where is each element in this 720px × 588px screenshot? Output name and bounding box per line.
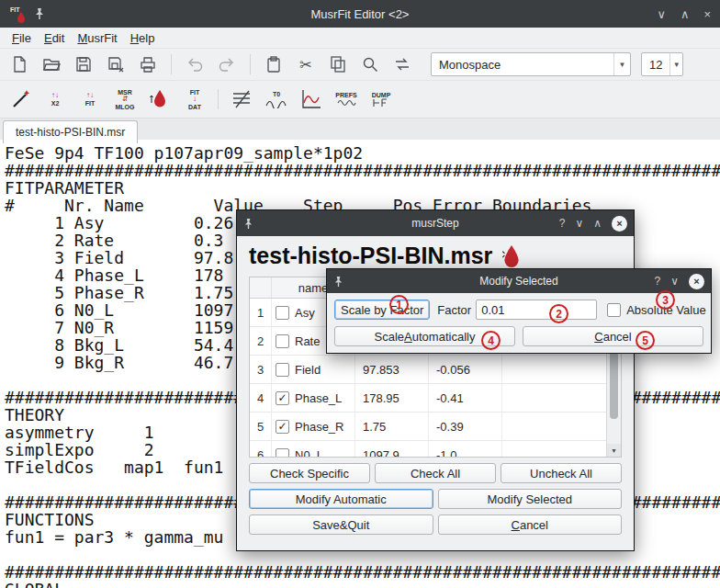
minimize-icon[interactable]: ∨ xyxy=(575,217,583,230)
save-quit-button[interactable]: Save&Quit xyxy=(249,514,433,535)
check-specific-button[interactable]: Check Specific xyxy=(249,463,370,483)
scale-by-factor-button[interactable]: Scale by Factor xyxy=(334,300,430,320)
find-icon[interactable] xyxy=(358,52,382,76)
param-step-cell: -0.39 xyxy=(429,413,502,440)
musr-dump-icon[interactable]: DUMP xyxy=(366,85,396,114)
save-as-file-icon[interactable] xyxy=(104,52,128,76)
print-icon[interactable] xyxy=(136,52,160,76)
tab-label: test-histo-PSI-BIN.msr xyxy=(16,126,125,139)
annotation-3: 3 xyxy=(656,290,675,310)
row-number: 4 xyxy=(250,384,272,412)
msr-mlog-swap-icon[interactable]: MSR ⇵ MLOG xyxy=(110,85,140,114)
chevron-down-icon[interactable]: ▼ xyxy=(669,53,682,75)
param-checkbox[interactable]: ✓ xyxy=(276,391,289,405)
menu-musrfit[interactable]: MusrFit xyxy=(71,28,123,48)
musr-wizard-icon[interactable] xyxy=(6,85,35,114)
musr-ft-icon[interactable] xyxy=(227,85,256,114)
musrfit-drop-icon xyxy=(501,244,522,268)
param-step-cell: -1.0 xyxy=(429,441,502,458)
musrfit-toolbar: ↑↓ X2 ↑↓ FIT MSR ⇵ MLOG FIT ↓ DAT T0 xyxy=(0,81,720,119)
help-icon[interactable]: ? xyxy=(559,217,566,230)
copy-icon[interactable] xyxy=(326,52,350,76)
new-file-icon[interactable] xyxy=(7,52,31,76)
save-file-icon[interactable] xyxy=(72,52,96,76)
param-filler-cell xyxy=(502,356,607,383)
window-controls: ∨ ∧ × xyxy=(657,7,711,21)
minimize-icon[interactable]: ∨ xyxy=(670,275,679,288)
musr-plot-icon[interactable] xyxy=(297,85,326,114)
check-all-button[interactable]: Check All xyxy=(375,463,496,483)
param-name-cell[interactable]: ✓Phase_L xyxy=(272,384,355,412)
scroll-down-icon[interactable]: ▼ xyxy=(607,444,621,457)
musrstep-dialog: musrStep ? ∨ ∧ × test-histo-PSI-BIN.msr … xyxy=(236,209,635,551)
pin-icon[interactable] xyxy=(34,7,45,20)
title-bar: FIT MusrFit Editor <2> ∨ ∧ × xyxy=(0,0,720,28)
param-name-cell[interactable]: N0_L xyxy=(272,441,355,458)
help-icon[interactable]: ? xyxy=(655,275,661,288)
cut-icon[interactable]: ✂ xyxy=(294,52,318,76)
cancel-button[interactable]: Cancel xyxy=(523,326,703,346)
param-name: Phase_R xyxy=(295,420,343,434)
maximize-icon[interactable]: ∧ xyxy=(593,217,602,230)
font-family-select[interactable]: Monospace ▼ xyxy=(431,52,631,76)
menu-help[interactable]: Help xyxy=(124,28,162,48)
undo-icon[interactable] xyxy=(183,52,207,76)
absolute-value-checkbox[interactable] xyxy=(607,303,621,317)
musrstep-titlebar: musrStep ? ∨ ∧ × xyxy=(237,210,634,236)
annotation-4: 4 xyxy=(481,331,501,350)
param-value-cell: 1097.9 xyxy=(355,441,429,458)
param-checkbox[interactable] xyxy=(276,363,289,377)
toolbar-separator xyxy=(218,89,219,109)
musr-chisq-icon[interactable]: ↑↓ X2 xyxy=(40,85,70,114)
minimize-icon[interactable]: ∨ xyxy=(657,7,666,21)
open-file-icon[interactable] xyxy=(39,52,63,76)
redo-icon[interactable] xyxy=(215,52,239,76)
annotation-2: 2 xyxy=(549,304,568,323)
menubar: FileEditMusrFitHelp xyxy=(0,28,720,49)
param-name-cell[interactable]: Field xyxy=(272,356,355,383)
musr-prefs-icon[interactable]: PREFS xyxy=(332,85,361,114)
param-checkbox[interactable] xyxy=(276,306,289,320)
close-icon[interactable]: × xyxy=(612,216,627,232)
param-name: Phase_L xyxy=(295,391,342,405)
factor-input[interactable] xyxy=(476,300,597,320)
toolbar-separator xyxy=(250,54,251,74)
param-name: Rate xyxy=(295,334,320,348)
pin-icon[interactable] xyxy=(333,276,343,288)
menu-edit[interactable]: Edit xyxy=(38,28,71,48)
musr-t0-icon[interactable]: T0 xyxy=(262,85,291,114)
modify-automatic-button[interactable]: Modify Automatic xyxy=(249,489,433,509)
pin-icon[interactable] xyxy=(243,218,253,230)
chevron-down-icon[interactable]: ▼ xyxy=(613,53,630,75)
close-icon[interactable]: × xyxy=(703,7,711,21)
font-size-value: 12 xyxy=(642,58,669,72)
modify-selected-button[interactable]: Modify Selected xyxy=(438,489,623,509)
modify-titlebar: Modify Selected ? ∨ × xyxy=(327,269,711,293)
param-checkbox[interactable] xyxy=(276,448,289,458)
param-value-cell: 1.75 xyxy=(355,413,429,440)
annotation-1: 1 xyxy=(389,295,409,314)
uncheck-all-button[interactable]: Uncheck All xyxy=(501,463,622,483)
font-size-select[interactable]: 12 ▼ xyxy=(641,52,683,76)
param-filler-cell xyxy=(502,384,607,412)
row-number: 5 xyxy=(250,413,272,440)
param-filler-cell xyxy=(502,413,607,440)
param-checkbox[interactable]: ✓ xyxy=(276,420,289,434)
close-icon[interactable]: × xyxy=(689,274,704,289)
main-toolbar: ✂ Monospace ▼ 12 ▼ xyxy=(0,49,720,81)
paste-icon[interactable] xyxy=(262,52,286,76)
musr-fit-icon[interactable]: ↑↓ FIT xyxy=(75,85,105,114)
svg-text:FIT: FIT xyxy=(10,6,20,13)
param-name-cell[interactable]: ✓Phase_R xyxy=(272,413,355,440)
cancel-button[interactable]: Cancel xyxy=(438,514,623,535)
msr2data-icon[interactable]: FIT ↓ DAT xyxy=(180,85,209,114)
musr-view-icon[interactable] xyxy=(145,85,174,114)
row-number: 3 xyxy=(250,356,272,383)
param-row: 4✓Phase_L178.95-0.41 xyxy=(250,384,607,413)
dialog-title: Modify Selected xyxy=(327,275,711,288)
menu-file[interactable]: File xyxy=(6,28,38,48)
param-checkbox[interactable] xyxy=(276,334,289,348)
find-replace-icon[interactable] xyxy=(390,52,414,76)
maximize-icon[interactable]: ∧ xyxy=(681,7,690,21)
tab-msr-file[interactable]: test-histo-PSI-BIN.msr xyxy=(3,120,138,143)
